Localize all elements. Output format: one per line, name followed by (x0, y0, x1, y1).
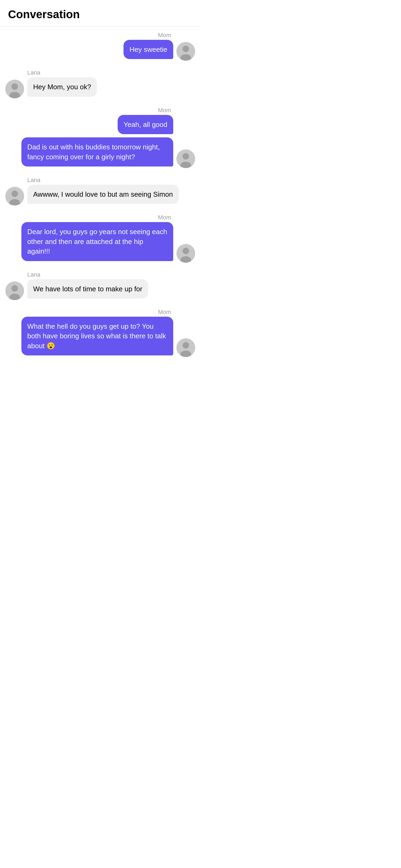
message-row: Awwww, I would love to but am seeing Sim… (5, 185, 195, 206)
avatar (5, 187, 24, 206)
message-row: Dear lord, you guys go years not seeing … (5, 222, 195, 262)
avatar (5, 80, 24, 98)
sender-label: Mom (5, 214, 195, 221)
message-row: Hey sweetie (5, 40, 195, 61)
message-bubble: Dad is out with his buddies tomorrow nig… (21, 137, 173, 166)
incoming-message-group: Lana Hey Mom, you ok? (5, 69, 195, 98)
avatar (177, 338, 195, 357)
message-bubble: Hey Mom, you ok? (27, 77, 97, 96)
svg-point-1 (183, 46, 189, 52)
message-row: We have lots of time to make up for (5, 279, 195, 300)
sender-label: Mom (5, 107, 195, 114)
incoming-message-group: Lana We have lots of time to make up for (5, 271, 195, 300)
incoming-message-group: Lana Awwww, I would love to but am seein… (5, 177, 195, 206)
avatar (177, 244, 195, 263)
svg-point-16 (11, 285, 18, 291)
svg-point-19 (183, 342, 189, 348)
message-bubble: What the hell do you guys get up to? You… (21, 317, 173, 355)
message-bubble: Awwww, I would love to but am seeing Sim… (27, 185, 179, 204)
avatar (177, 149, 195, 168)
avatar (5, 281, 24, 300)
message-row: Hey Mom, you ok? (5, 77, 195, 98)
avatar (177, 42, 195, 61)
message-row: Yeah, all goodDad is out with his buddie… (5, 115, 195, 168)
conversation-container: MomHey sweetie Lana Hey Mom, you ok?MomY… (0, 27, 201, 369)
outgoing-message-group: MomHey sweetie (5, 32, 195, 61)
svg-point-10 (11, 190, 18, 197)
sender-label: Mom (5, 32, 195, 39)
message-bubble: We have lots of time to make up for (27, 279, 148, 299)
message-row: What the hell do you guys get up to? You… (5, 317, 195, 357)
message-bubble: Dear lord, you guys go years not seeing … (21, 222, 173, 261)
sender-label: Lana (5, 271, 40, 278)
outgoing-message-group: MomYeah, all goodDad is out with his bud… (5, 107, 195, 168)
svg-point-4 (11, 83, 18, 90)
sender-label: Lana (5, 177, 40, 184)
svg-point-7 (183, 153, 189, 159)
page-title: Conversation (8, 8, 192, 21)
message-bubble: Hey sweetie (124, 40, 173, 59)
outgoing-message-group: MomDear lord, you guys go years not seei… (5, 214, 195, 262)
sender-label: Mom (5, 309, 195, 316)
svg-point-13 (183, 248, 189, 254)
message-bubble: Yeah, all good (118, 115, 173, 134)
outgoing-message-group: MomWhat the hell do you guys get up to? … (5, 309, 195, 357)
header: Conversation (0, 0, 201, 27)
sender-label: Lana (5, 69, 40, 76)
